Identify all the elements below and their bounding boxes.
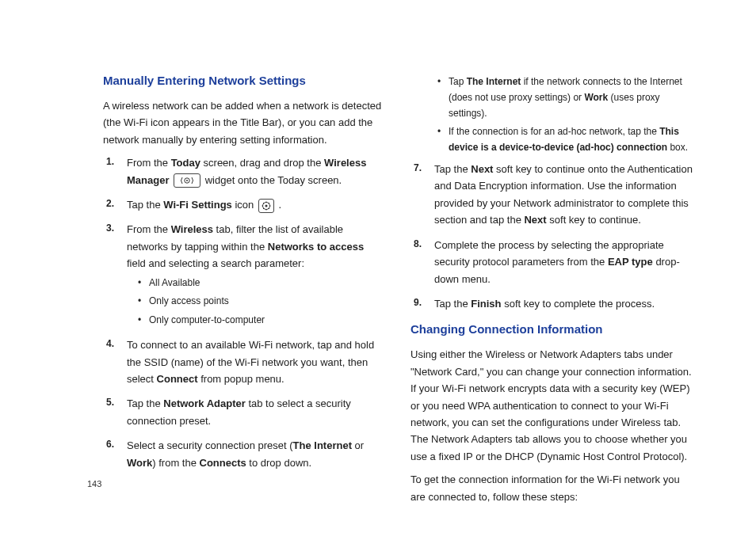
bullet-internet-work: Tap The Internet if the network connects… bbox=[426, 74, 693, 121]
step6-sub-bullets: Tap The Internet if the network connects… bbox=[426, 74, 693, 156]
manual-page: Manually Entering Network Settings A wir… bbox=[0, 0, 756, 511]
heading-changing-connection: Changing Connection Information bbox=[410, 320, 693, 340]
svg-line-11 bbox=[269, 203, 269, 203]
svg-line-9 bbox=[269, 208, 269, 209]
step-4: To connect to an available Wi-Fi network… bbox=[103, 337, 385, 387]
intro-text: A wireless network can be added when a n… bbox=[103, 97, 385, 148]
wireless-manager-icon bbox=[174, 173, 200, 188]
svg-point-3 bbox=[265, 204, 267, 207]
svg-line-8 bbox=[263, 203, 264, 203]
bullet-adhoc: If the connection is for an ad-hoc netwo… bbox=[426, 124, 693, 156]
left-column: Manually Entering Network Settings A wir… bbox=[103, 71, 385, 511]
step-9: Tap the Finish soft key to complete the … bbox=[410, 295, 693, 312]
step-2: Tap the Wi-Fi Settings icon . bbox=[103, 196, 385, 213]
steps-list-right: Tap the Next soft key to continue onto t… bbox=[410, 161, 693, 313]
step-8: Complete the process by selecting the ap… bbox=[410, 237, 693, 287]
search-params-list: All Available Only access points Only co… bbox=[127, 276, 385, 329]
changing-para1: Using either the Wireless or Network Ada… bbox=[410, 346, 693, 465]
wifi-settings-icon bbox=[258, 199, 274, 213]
svg-line-10 bbox=[263, 208, 264, 209]
step-1: From the Today screen, drag and drop the… bbox=[103, 154, 385, 188]
right-column: Tap The Internet if the network connects… bbox=[410, 71, 693, 511]
page-number: 143 bbox=[87, 479, 101, 489]
step-5: Tap the Network Adapter tab to select a … bbox=[103, 395, 385, 429]
bullet-ap: Only access points bbox=[127, 294, 385, 310]
changing-para2: To get the connection information for th… bbox=[410, 471, 693, 505]
bullet-c2c: Only computer-to-computer bbox=[127, 313, 385, 329]
bullet-all: All Available bbox=[127, 276, 385, 291]
step-3: From the Wireless tab, filter the list o… bbox=[103, 221, 385, 329]
step-7: Tap the Next soft key to continue onto t… bbox=[410, 161, 693, 229]
step-6: Select a security connection preset (The… bbox=[103, 437, 385, 471]
heading-manual-network: Manually Entering Network Settings bbox=[103, 71, 385, 91]
steps-list-left: From the Today screen, drag and drop the… bbox=[103, 154, 385, 471]
svg-point-1 bbox=[186, 180, 188, 181]
